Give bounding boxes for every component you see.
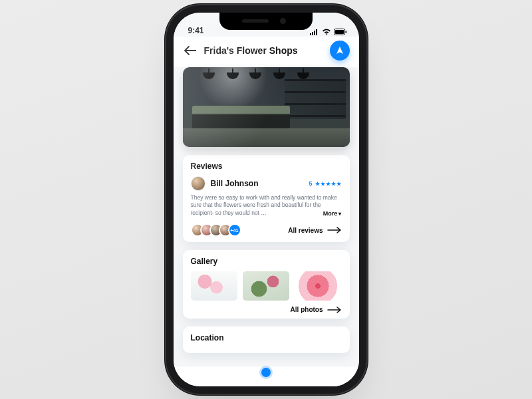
gallery-thumb[interactable] (295, 271, 341, 301)
gallery-heading: Gallery (191, 257, 342, 266)
arrow-right-icon (327, 307, 342, 313)
svg-rect-2 (314, 31, 315, 35)
featured-review-header: Bill Johnson 5 ★★★★★ (191, 176, 342, 191)
rating-value: 5 (309, 180, 312, 187)
cellular-icon (310, 29, 319, 35)
gallery-thumb[interactable] (243, 271, 289, 301)
reviewer-avatar[interactable] (191, 176, 205, 191)
location-heading: Location (191, 333, 342, 342)
bottom-nav[interactable] (174, 366, 359, 386)
review-text: They were so easy to work with and reall… (191, 194, 337, 216)
arrow-right-icon (327, 227, 342, 233)
shop-cover-image[interactable] (183, 67, 350, 147)
gallery-card: Gallery All photos (183, 250, 350, 319)
page-title: Frida's Flower Shops (204, 45, 323, 56)
all-photos-label: All photos (291, 306, 323, 313)
svg-rect-6 (345, 31, 346, 33)
more-reviewers-badge: +41 (228, 223, 241, 237)
all-reviews-label: All reviews (288, 227, 323, 234)
page-header: Frida's Flower Shops (174, 37, 359, 67)
directions-button[interactable] (330, 41, 350, 61)
gallery-thumbnails (191, 271, 342, 301)
svg-rect-1 (312, 32, 313, 35)
nav-indicator (261, 368, 271, 377)
rating-stars-icon: ★★★★★ (315, 181, 342, 187)
gallery-thumb[interactable] (191, 271, 237, 301)
expand-review-button[interactable]: More (323, 209, 342, 218)
svg-rect-3 (316, 29, 317, 35)
status-time: 9:41 (188, 26, 204, 35)
review-body: They were so easy to work with and reall… (191, 194, 342, 217)
svg-rect-0 (310, 33, 311, 35)
screen: 9:41 Frida's Flower Shops (174, 13, 359, 386)
navigation-icon (335, 46, 344, 55)
location-card: Location (183, 327, 350, 353)
reviews-card: Reviews Bill Johnson 5 ★★★★★ They were s… (183, 155, 350, 242)
wifi-icon (322, 29, 331, 35)
reviewer-avatars-stack[interactable]: +41 (191, 223, 241, 237)
reviewer-name: Bill Johnson (211, 179, 304, 188)
device-notch (219, 13, 313, 30)
all-photos-link[interactable]: All photos (291, 306, 342, 313)
reviews-heading: Reviews (191, 162, 342, 171)
battery-icon (334, 29, 347, 35)
back-button[interactable] (183, 43, 198, 58)
svg-rect-5 (335, 30, 344, 34)
all-reviews-link[interactable]: All reviews (288, 227, 341, 234)
arrow-left-icon (184, 46, 196, 55)
review-rating: 5 ★★★★★ (309, 180, 341, 187)
phone-frame: 9:41 Frida's Flower Shops (174, 13, 359, 386)
